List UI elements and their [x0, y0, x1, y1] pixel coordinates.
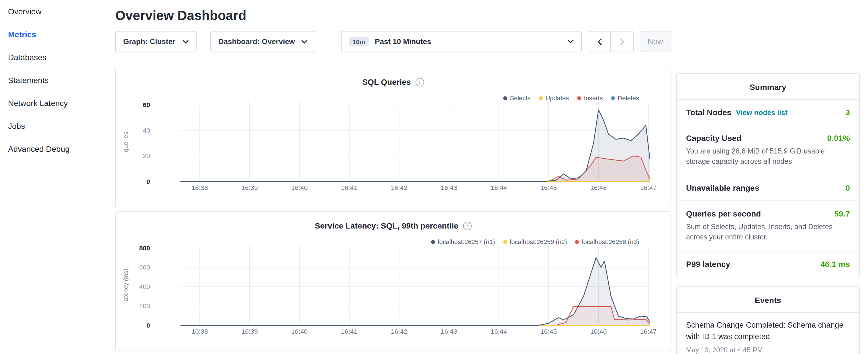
time-next-button[interactable] [611, 31, 634, 52]
summary-row-label: P99 latency [686, 259, 730, 268]
x-tick-label: 16:42 [391, 328, 407, 335]
time-range-label: Past 10 Minutes [375, 37, 431, 46]
sidebar-item-overview[interactable]: Overview [0, 0, 109, 23]
legend-label: Updates [545, 95, 569, 101]
y-tick-label: 600 [139, 263, 150, 271]
summary-row-value: 46.1 ms [820, 259, 850, 268]
legend-label: Inserts [584, 95, 602, 101]
time-pager [589, 31, 634, 52]
time-range-dropdown[interactable]: 10m Past 10 Minutes [341, 31, 582, 52]
summary-row-total-nodes: Total Nodes View nodes list 3 [677, 100, 859, 125]
x-tick-label: 16:44 [491, 328, 507, 335]
legend-dot [503, 240, 507, 244]
summary-panel: Summary Total Nodes View nodes list 3 Ca… [676, 73, 860, 277]
event-list-item[interactable]: Schema Change Completed: Schema change w… [677, 313, 859, 354]
chart-legend: SelectsUpdatesInsertsDeletes [503, 95, 639, 101]
sidebar-item-statements[interactable]: Statements [0, 69, 109, 92]
app-root: Overview Metrics Databases Statements Ne… [0, 0, 868, 354]
legend-dot [503, 96, 507, 100]
x-tick-label: 16:47 [640, 328, 656, 335]
sidebar-item-advanced-debug[interactable]: Advanced Debug [0, 137, 109, 160]
summary-row-queries-per-second: Queries per second 59.7 Sum of Selects, … [677, 201, 859, 252]
legend-item: localhost:26257 (n1) [431, 238, 495, 245]
sidebar-item-metrics[interactable]: Metrics [0, 23, 109, 46]
chevron-right-icon [620, 38, 624, 45]
legend-dot [538, 96, 542, 100]
x-tick-label: 16:46 [590, 328, 607, 335]
graph-scope-label: Graph: Cluster [123, 37, 175, 46]
event-timestamp: May 13, 2020 at 4:45 PM [686, 346, 850, 354]
legend-label: Deletes [618, 95, 639, 101]
y-axis-label: queries [122, 132, 129, 152]
x-tick-label: 16:39 [241, 184, 258, 192]
x-tick-label: 16:42 [391, 184, 407, 192]
main-content: Overview Dashboard Graph: Cluster Dashbo… [115, 0, 671, 351]
series-area [181, 110, 650, 182]
series-line [181, 110, 650, 182]
summary-title: Summary [677, 74, 859, 100]
chart-legend: localhost:26257 (n1)localhost:26259 (n2)… [431, 238, 639, 245]
toolbar: Graph: Cluster Dashboard: Overview 10m P… [115, 31, 671, 52]
info-icon[interactable]: i [415, 77, 424, 86]
legend-label: localhost:26258 (n3) [582, 238, 639, 245]
summary-row-p99-latency: P99 latency 46.1 ms [677, 251, 859, 277]
legend-label: localhost:26259 (n2) [510, 238, 567, 245]
info-icon[interactable]: i [463, 221, 472, 230]
sql-queries-chart-canvas[interactable]: 020406016:3816:3916:4016:4116:4216:4316:… [116, 68, 671, 207]
time-prev-button[interactable] [589, 31, 611, 52]
x-tick-label: 16:41 [341, 184, 358, 192]
summary-row-description: You are using 28.6 MiB of 515.9 GiB usab… [686, 146, 850, 167]
summary-row-unavailable-ranges: Unavailable ranges 0 [677, 175, 859, 201]
page-title: Overview Dashboard [115, 8, 671, 24]
legend-dot [575, 240, 579, 244]
legend-item: Deletes [611, 95, 639, 101]
x-tick-label: 16:40 [291, 328, 308, 335]
graph-scope-dropdown[interactable]: Graph: Cluster [115, 31, 196, 52]
summary-row-label: Unavailable ranges [686, 184, 759, 193]
y-tick-label: 200 [139, 302, 150, 310]
summary-row-label: Capacity Used [686, 133, 741, 142]
summary-row-value: 0.01% [827, 133, 850, 142]
summary-row-capacity-used: Capacity Used 0.01% You are using 28.6 M… [677, 125, 859, 175]
legend-item: Inserts [577, 95, 602, 101]
legend-dot [431, 240, 435, 244]
x-tick-label: 16:47 [640, 184, 656, 192]
legend-item: Updates [538, 95, 569, 101]
service-latency-chart-canvas[interactable]: 020040060080016:3816:3916:4016:4116:4216… [116, 212, 671, 351]
x-tick-label: 16:39 [241, 328, 258, 335]
legend-dot [577, 96, 581, 100]
x-tick-label: 16:45 [540, 184, 557, 192]
dashboard-dropdown[interactable]: Dashboard: Overview [210, 31, 315, 52]
summary-row-label: Queries per second [686, 210, 761, 219]
chevron-left-icon [598, 38, 602, 45]
legend-item: localhost:26259 (n2) [503, 238, 567, 245]
event-text: Schema Change Completed: Schema change w… [686, 319, 850, 343]
sql-queries-chart-card: SQL Queries i SelectsUpdatesInsertsDelet… [115, 68, 671, 207]
x-tick-label: 16:38 [191, 328, 208, 335]
summary-row-value: 59.7 [834, 210, 850, 219]
y-tick-label: 60 [143, 101, 150, 108]
now-button[interactable]: Now [640, 31, 671, 52]
y-tick-label: 20 [143, 152, 150, 160]
chart-title: SQL Queries [362, 77, 411, 87]
sidebar-item-network-latency[interactable]: Network Latency [0, 92, 109, 115]
chevron-down-icon [183, 40, 189, 43]
events-panel: Events Schema Change Completed: Schema c… [676, 286, 860, 354]
dashboard-label: Dashboard: Overview [218, 37, 295, 46]
chart-title: Service Latency: SQL, 99th percentile [315, 221, 458, 230]
y-tick-label: 0 [147, 322, 150, 329]
series-area [181, 258, 650, 325]
legend-dot [611, 96, 615, 100]
view-nodes-list-link[interactable]: View nodes list [736, 109, 787, 117]
sidebar-item-jobs[interactable]: Jobs [0, 115, 109, 137]
summary-row-label: Total Nodes [686, 108, 731, 117]
right-sidebar: Summary Total Nodes View nodes list 3 Ca… [676, 73, 860, 354]
x-tick-label: 16:43 [441, 184, 457, 192]
chevron-down-icon [302, 40, 307, 43]
sidebar: Overview Metrics Databases Statements Ne… [0, 0, 109, 160]
y-tick-label: 800 [139, 244, 150, 252]
chart-title-row: SQL Queries i [116, 77, 671, 87]
x-tick-label: 16:44 [491, 184, 507, 192]
y-axis-label: latency (ms) [122, 269, 129, 303]
sidebar-item-databases[interactable]: Databases [0, 46, 109, 69]
